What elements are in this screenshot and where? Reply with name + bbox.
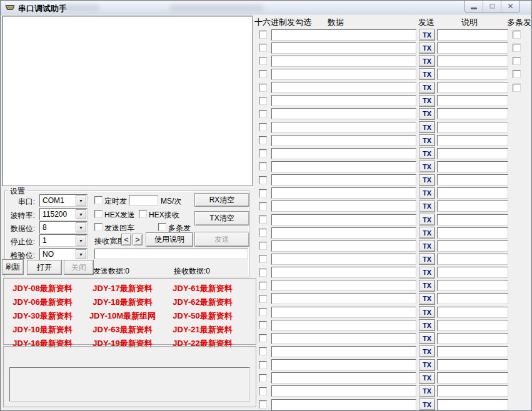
hex-checkbox[interactable] xyxy=(259,31,267,39)
tx-button[interactable]: TX xyxy=(419,147,435,159)
hex-checkbox[interactable] xyxy=(259,282,267,290)
hex-checkbox[interactable] xyxy=(259,136,267,144)
desc-input[interactable] xyxy=(437,227,508,239)
data-input[interactable] xyxy=(271,293,416,304)
hex-checkbox[interactable] xyxy=(259,84,267,92)
data-input[interactable] xyxy=(271,161,416,172)
usage-button[interactable]: 使用说明 xyxy=(146,232,193,247)
data-input[interactable] xyxy=(271,214,416,225)
data-input[interactable] xyxy=(271,267,416,278)
data-input[interactable] xyxy=(271,82,416,93)
desc-input[interactable] xyxy=(437,240,508,252)
tx-button[interactable]: TX xyxy=(419,42,435,54)
data-input[interactable] xyxy=(271,42,416,54)
desc-input[interactable] xyxy=(437,69,508,80)
close-port-button[interactable]: 关闭 xyxy=(64,260,94,275)
data-input[interactable] xyxy=(271,346,416,357)
multi-send-checkbox[interactable] xyxy=(513,31,521,39)
jdy-link[interactable]: JDY-06最新资料 xyxy=(11,295,74,309)
jdy-link[interactable]: JDY-17最新资料 xyxy=(88,282,158,295)
multi-send-checkbox[interactable] xyxy=(513,44,521,52)
tx-button[interactable]: TX xyxy=(419,240,435,252)
timed-send-interval-input[interactable] xyxy=(129,195,158,206)
data-input[interactable] xyxy=(271,280,416,291)
data-input[interactable] xyxy=(271,320,416,331)
hex-checkbox[interactable] xyxy=(259,387,267,395)
hex-checkbox[interactable] xyxy=(259,374,267,382)
data-input[interactable] xyxy=(271,227,416,239)
multi-send-checkbox[interactable] xyxy=(513,70,521,78)
tx-clear-button[interactable]: TX清空 xyxy=(194,211,249,225)
hex-checkbox[interactable] xyxy=(259,308,267,316)
hex-checkbox[interactable] xyxy=(259,229,267,237)
multi-send-checkbox[interactable] xyxy=(513,84,521,92)
tx-button[interactable]: TX xyxy=(419,253,435,265)
minimize-button[interactable] xyxy=(465,1,483,12)
tx-button[interactable]: TX xyxy=(419,174,435,186)
desc-input[interactable] xyxy=(437,359,508,370)
jdy-link[interactable]: JDY-10最新资料 xyxy=(11,323,74,337)
jdy-link[interactable]: JDY-61最新资料 xyxy=(171,282,234,295)
hex-checkbox[interactable] xyxy=(259,57,267,65)
hex-checkbox[interactable] xyxy=(259,97,267,105)
maximize-button[interactable] xyxy=(483,1,501,12)
tx-button[interactable]: TX xyxy=(419,82,435,94)
desc-input[interactable] xyxy=(437,346,508,357)
data-input[interactable] xyxy=(271,122,416,133)
data-input[interactable] xyxy=(271,307,416,318)
data-input[interactable] xyxy=(271,333,416,344)
databits-select[interactable]: 8 ▼ xyxy=(39,221,88,234)
recv-width-plus-button[interactable]: > xyxy=(133,234,143,245)
hex-checkbox[interactable] xyxy=(259,255,267,263)
desc-input[interactable] xyxy=(437,372,508,384)
tx-button[interactable]: TX xyxy=(419,227,435,239)
hex-checkbox[interactable] xyxy=(259,215,267,224)
desc-input[interactable] xyxy=(437,280,508,291)
jdy-link[interactable]: JDY-30最新资料 xyxy=(11,309,74,323)
desc-input[interactable] xyxy=(437,254,508,265)
data-input[interactable] xyxy=(271,56,416,67)
tx-button[interactable]: TX xyxy=(419,385,435,397)
tx-button[interactable]: TX xyxy=(419,345,435,357)
hex-recv-checkbox[interactable] xyxy=(139,210,147,218)
jdy-link[interactable]: JDY-50最新资料 xyxy=(171,309,234,323)
tx-button[interactable]: TX xyxy=(419,95,435,107)
tx-button[interactable]: TX xyxy=(419,359,435,371)
data-input[interactable] xyxy=(271,108,416,119)
data-input[interactable] xyxy=(271,240,416,252)
tx-button[interactable]: TX xyxy=(419,332,435,344)
hex-checkbox[interactable] xyxy=(259,70,267,78)
tx-button[interactable]: TX xyxy=(419,214,435,225)
desc-input[interactable] xyxy=(437,108,508,119)
desc-input[interactable] xyxy=(437,148,508,159)
hex-checkbox[interactable] xyxy=(259,123,267,131)
desc-input[interactable] xyxy=(437,42,508,54)
tx-button[interactable]: TX xyxy=(419,399,435,410)
send-input[interactable] xyxy=(94,249,248,259)
data-input[interactable] xyxy=(271,148,416,159)
chevron-down-icon[interactable]: ▼ xyxy=(76,235,86,245)
data-input[interactable] xyxy=(271,399,416,410)
title-bar[interactable]: 串口调试助手 ✕ xyxy=(1,1,531,14)
tx-button[interactable]: TX xyxy=(419,267,435,279)
desc-input[interactable] xyxy=(437,82,508,93)
chevron-down-icon[interactable]: ▼ xyxy=(76,249,86,259)
data-input[interactable] xyxy=(271,187,416,199)
chevron-down-icon[interactable]: ▼ xyxy=(76,222,86,232)
hex-checkbox[interactable] xyxy=(259,347,267,355)
desc-input[interactable] xyxy=(437,95,508,106)
jdy-link[interactable]: JDY-63最新资料 xyxy=(88,323,158,337)
desc-input[interactable] xyxy=(437,320,508,331)
hex-checkbox[interactable] xyxy=(259,149,267,157)
hex-checkbox[interactable] xyxy=(259,176,267,184)
recv-width-minus-button[interactable]: < xyxy=(121,234,131,245)
multi-send-checkbox[interactable] xyxy=(513,57,521,65)
desc-input[interactable] xyxy=(437,187,508,199)
tx-button[interactable]: TX xyxy=(419,280,435,292)
chevron-down-icon[interactable]: ▼ xyxy=(76,209,86,219)
hex-checkbox[interactable] xyxy=(259,321,267,329)
hex-send-checkbox[interactable] xyxy=(94,210,103,218)
hex-checkbox[interactable] xyxy=(259,189,267,197)
desc-input[interactable] xyxy=(437,399,508,410)
hex-checkbox[interactable] xyxy=(259,400,267,409)
